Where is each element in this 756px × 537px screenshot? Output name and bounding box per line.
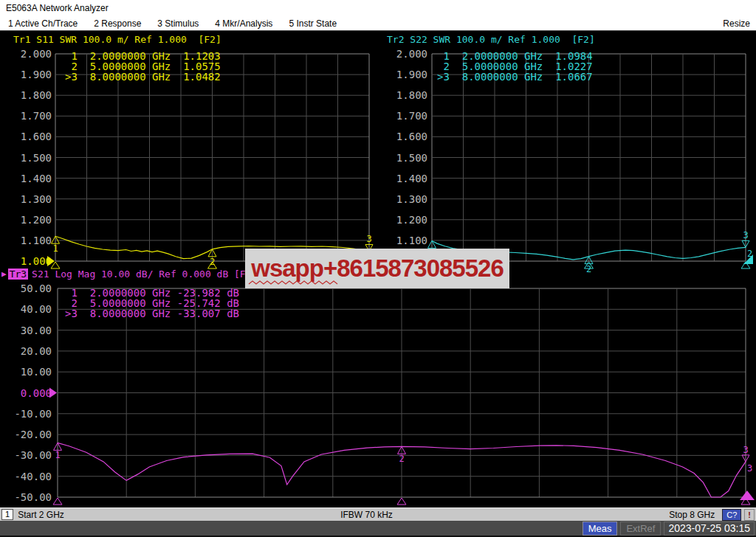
- trace1-marker-table: 1 2.0000000 GHz 1.1203 2 5.0000000 GHz 1…: [65, 51, 221, 82]
- window-title: E5063A Network Analyzer: [6, 3, 109, 13]
- trace3-header-label: S21 Log Mag 10.00 dB/ Ref 0.000 dB [F2]: [32, 268, 257, 280]
- svg-text:1.700: 1.700: [396, 110, 427, 122]
- svg-text:1.200: 1.200: [396, 214, 427, 226]
- svg-text:1.600: 1.600: [21, 131, 52, 142]
- start-frequency-label: Start 2 GHz: [18, 510, 64, 520]
- svg-text:30.00: 30.00: [21, 325, 52, 336]
- svg-text:1.300: 1.300: [396, 193, 427, 205]
- watermark-text: wsapp+8615873085526: [251, 254, 504, 283]
- svg-text:1.500: 1.500: [21, 152, 52, 164]
- svg-text:1: 1: [55, 450, 60, 460]
- svg-text:1.300: 1.300: [21, 193, 52, 205]
- svg-text:50.00: 50.00: [21, 283, 52, 294]
- extref-status-badge: ExtRef: [620, 522, 661, 536]
- svg-text:1.100: 1.100: [21, 235, 52, 246]
- svg-text:3: 3: [743, 230, 748, 240]
- analyzer-window: E5063A Network Analyzer 1 Active Ch/Trac…: [0, 0, 756, 537]
- instrument-status-bar: Meas ExtRef 2023-07-25 03:15: [0, 521, 756, 537]
- svg-text:-20.00: -20.00: [14, 429, 52, 440]
- active-trace-arrow-icon: ▶: [1, 269, 7, 279]
- svg-text:1.400: 1.400: [396, 173, 427, 184]
- meas-status-badge: Meas: [583, 522, 618, 536]
- trace1-header[interactable]: Tr1 S11 SWR 100.0 m/ Ref 1.000 [F2]: [13, 34, 221, 45]
- svg-text:3: 3: [747, 463, 752, 474]
- menu-item-active-ch-trace[interactable]: 1 Active Ch/Trace: [8, 18, 78, 29]
- svg-text:2.000: 2.000: [21, 48, 52, 60]
- alert-badge: !: [744, 509, 755, 521]
- svg-text:3: 3: [743, 445, 748, 455]
- svg-text:2: 2: [399, 454, 404, 464]
- menu-item-stimulus[interactable]: 3 Stimulus: [157, 18, 199, 29]
- trace3-header[interactable]: ▶ Tr3 S21 Log Mag 10.00 dB/ Ref 0.000 dB…: [1, 268, 257, 280]
- menu-item-instr-state[interactable]: 5 Instr State: [289, 18, 337, 29]
- title-bar: E5063A Network Analyzer: [0, 0, 756, 16]
- trace2-marker-table: 1 2.0000000 GHz 1.0984 2 5.0000000 GHz 1…: [437, 51, 593, 82]
- menu-item-response[interactable]: 2 Response: [94, 18, 141, 29]
- calibration-status-badge: C?: [722, 509, 741, 521]
- stop-frequency-label: Stop 8 GHz: [669, 510, 715, 520]
- svg-text:2.000: 2.000: [396, 48, 427, 60]
- svg-text:1.800: 1.800: [396, 89, 427, 101]
- svg-text:1.200: 1.200: [21, 214, 52, 226]
- svg-text:2: 2: [586, 264, 591, 274]
- watermark-squiggle-icon: [248, 280, 340, 285]
- status-right-cluster: Stop 8 GHz C? !: [669, 509, 755, 521]
- svg-text:1.900: 1.900: [21, 69, 52, 80]
- trace3-badge: Tr3: [8, 268, 28, 280]
- watermark-overlay: wsapp+8615873085526: [245, 249, 509, 288]
- svg-text:-30.00: -30.00: [14, 449, 52, 461]
- svg-text:3: 3: [366, 234, 371, 244]
- channel-number-badge: 1: [1, 509, 13, 520]
- svg-text:1.900: 1.900: [396, 69, 427, 80]
- svg-text:-40.00: -40.00: [14, 471, 52, 482]
- svg-text:1.800: 1.800: [21, 89, 52, 101]
- ifbw-label: IFBW 70 kHz: [64, 510, 669, 520]
- menu-item-mkr-analysis[interactable]: 4 Mkr/Analysis: [215, 18, 272, 29]
- svg-text:40.00: 40.00: [21, 303, 52, 315]
- svg-text:1.600: 1.600: [396, 131, 427, 142]
- svg-text:1.100: 1.100: [396, 235, 427, 246]
- svg-text:20.00: 20.00: [21, 345, 52, 357]
- svg-text:1.000: 1.000: [21, 255, 52, 267]
- trace3-marker-table: 1 2.0000000 GHz -23.982 dB 2 5.0000000 G…: [65, 288, 239, 319]
- svg-text:-50.00: -50.00: [14, 491, 52, 503]
- svg-text:1.500: 1.500: [396, 152, 427, 164]
- trace2-header[interactable]: Tr2 S22 SWR 100.0 m/ Ref 1.000 [F2]: [387, 34, 595, 45]
- menu-bar: 1 Active Ch/Trace 2 Response 3 Stimulus …: [0, 16, 756, 31]
- svg-text:1: 1: [52, 243, 58, 254]
- svg-text:0.000: 0.000: [21, 387, 52, 399]
- svg-text:1.400: 1.400: [21, 173, 52, 184]
- clock-label: 2023-07-25 03:15: [664, 522, 755, 536]
- svg-text:-10.00: -10.00: [14, 408, 52, 420]
- display-area: 2.0001.9001.8001.7001.6001.5001.4001.300…: [0, 31, 756, 507]
- svg-text:1.700: 1.700: [21, 110, 52, 122]
- status-bar: 1 Start 2 GHz IFBW 70 kHz Stop 8 GHz C? …: [0, 507, 756, 521]
- menu-item-resize[interactable]: Resize: [723, 18, 750, 29]
- svg-text:10.00: 10.00: [21, 366, 52, 378]
